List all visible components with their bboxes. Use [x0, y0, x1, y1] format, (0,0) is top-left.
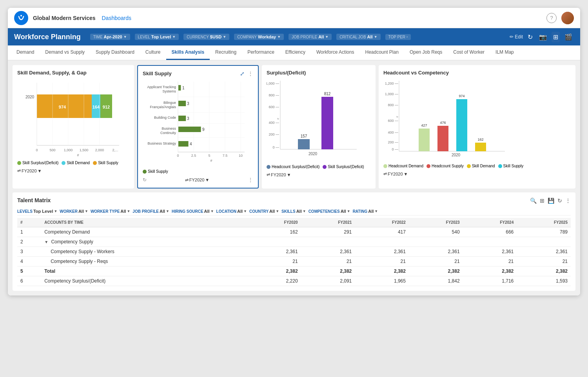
tab-recruiting[interactable]: Recruiting: [210, 45, 242, 60]
svg-text:2,000: 2,000: [95, 148, 104, 152]
chart4-title: Headcount vs Competency: [383, 70, 571, 76]
expand-row2[interactable]: ▼: [44, 240, 48, 244]
svg-text:476: 476: [440, 121, 446, 125]
chart2-refresh-icon[interactable]: ↻: [143, 177, 147, 183]
grid-view-button[interactable]: ⊞: [552, 32, 560, 42]
col-accounts: ACCOUNTS BY TIME: [41, 218, 247, 227]
nav-dashboards[interactable]: Dashboards: [102, 15, 132, 21]
chart1-title: Skill Demand, Supply, & Gap: [17, 70, 129, 76]
svg-point-1: [20, 15, 22, 16]
hiring-source-filter[interactable]: HIRING SOURCE All ▼: [172, 209, 214, 214]
help-icon[interactable]: ?: [546, 13, 557, 23]
svg-text:#: #: [77, 153, 79, 157]
worker-filter[interactable]: WORKER All ▼: [60, 209, 88, 214]
chart4-fy-button[interactable]: ⇌ FY2020 ▼: [383, 171, 408, 176]
svg-text:600 —: 600 —: [269, 105, 279, 109]
svg-text:427: 427: [421, 123, 427, 127]
header-actions: ✏ Edit ↻ 📷 ⊞ 🎬: [510, 32, 574, 42]
edit-button[interactable]: ✏ Edit: [510, 34, 523, 40]
skill-demand-supply-gap-card: Skill Demand, Supply, & Gap 2020 0 500 1…: [13, 65, 134, 188]
save-icon[interactable]: 💾: [548, 198, 554, 204]
talent-matrix-section: Talent Matrix 🔍 ⊞ 💾 ↻ ⋮ LEVELS Top Level…: [13, 192, 575, 291]
svg-text:800 —: 800 —: [269, 93, 279, 97]
table-menu-icon[interactable]: ⋮: [565, 198, 571, 204]
tab-supply-dashboard[interactable]: Supply Dashboard: [90, 45, 140, 60]
legend-skill-supply-green: Skill Supply: [143, 169, 168, 174]
svg-text:600 —: 600 —: [388, 119, 398, 123]
svg-text:912: 912: [103, 105, 110, 109]
country-filter[interactable]: COUNTRY All ▼: [249, 209, 279, 214]
critical-job-filter[interactable]: CRITICAL JOB All ▼: [336, 34, 380, 40]
currency-filter[interactable]: CURRENCY $USD ▼: [183, 34, 229, 40]
chart3-legend: Headcount Surplus/(Deficit) Skill Surplu…: [267, 165, 371, 169]
svg-text:Bilingue: Bilingue: [163, 101, 176, 105]
skills-filter[interactable]: SKILLS All ▼: [281, 209, 306, 214]
svg-text:10: 10: [239, 154, 243, 158]
tab-open-job-reqs[interactable]: Open Job Reqs: [404, 45, 448, 60]
col-num: #: [17, 218, 41, 227]
col-fy2022: FY2022: [355, 218, 409, 227]
svg-text:974: 974: [459, 94, 465, 98]
svg-text:2.5: 2.5: [191, 154, 196, 158]
worker-type-filter[interactable]: WORKER TYPE All ▼: [91, 209, 130, 214]
chart3-fy-button[interactable]: ⇌ FY2020 ▼: [267, 172, 291, 177]
location-filter[interactable]: LOCATION All ▼: [216, 209, 247, 214]
row1-fy2022: 417: [355, 227, 409, 237]
chart2-footer-menu[interactable]: ⋮: [248, 177, 253, 183]
time-filter[interactable]: TIME Apr-2020 ▼: [90, 34, 130, 40]
chart2-fy-button[interactable]: ⇌ FY2020 ▼: [185, 178, 209, 183]
tab-culture[interactable]: Culture: [140, 45, 166, 60]
table-row: 6 Competency Surplus/(Deficit) 2,220 2,0…: [17, 276, 571, 286]
expand-icon[interactable]: ⤢: [240, 71, 245, 77]
top-nav: Global Modern Services Dashboards ?: [8, 8, 580, 28]
top-per-filter[interactable]: TOP PER ›: [385, 34, 411, 40]
legend-skill-supply-orange: Skill Supply: [93, 161, 118, 165]
camera-button[interactable]: 📷: [537, 32, 548, 42]
svg-text:4: 4: [190, 142, 192, 146]
levels-filter[interactable]: LEVELS Top Level ▼: [17, 209, 57, 214]
tab-efficiency[interactable]: Efficiency: [280, 45, 311, 60]
tab-cost-of-worker[interactable]: Cost of Worker: [448, 45, 490, 60]
page-title: Workforce Planning: [14, 33, 81, 41]
row4-num: 4: [17, 257, 41, 266]
chart1-fy-button[interactable]: ⇌ FY2020 ▼: [17, 168, 42, 173]
filter-icon[interactable]: ⊞: [540, 198, 544, 204]
chart2-menu-icon[interactable]: ⋮: [248, 71, 253, 77]
avatar[interactable]: [561, 12, 574, 24]
job-profile-table-filter[interactable]: JOB PROFILE All ▼: [132, 209, 169, 214]
svg-text:164: 164: [93, 105, 100, 109]
rating-filter[interactable]: RATING All ▼: [353, 209, 378, 214]
svg-text:974: 974: [59, 105, 66, 109]
tab-skills-analysis[interactable]: Skills Analysis: [166, 45, 210, 60]
svg-point-0: [16, 13, 26, 23]
legend-headcount-surplus: Headcount Surplus/(Deficit): [267, 165, 319, 169]
competencies-filter[interactable]: COMPETENCIES All ▼: [309, 209, 350, 214]
svg-rect-45: [178, 116, 186, 121]
tab-demand-vs-supply[interactable]: Demand vs Supply: [40, 45, 90, 60]
svg-text:9: 9: [202, 127, 205, 132]
tab-bar: Demand Demand vs Supply Supply Dashboard…: [8, 45, 580, 60]
svg-rect-54: [178, 141, 189, 147]
tab-performance[interactable]: Performance: [242, 45, 280, 60]
main-content: Skill Demand, Supply, & Gap 2020 0 500 1…: [8, 60, 580, 295]
svg-text:Business Strategy: Business Strategy: [147, 141, 176, 145]
svg-text:0 —: 0 —: [272, 145, 279, 149]
row6-fy2020: 2,220: [247, 276, 301, 286]
svg-text:Continuity: Continuity: [160, 131, 176, 135]
refresh-table-icon[interactable]: ↻: [557, 198, 562, 204]
svg-text:Français/Anglais: Français/Anglais: [150, 105, 176, 109]
company-filter[interactable]: COMPANY Workday ▼: [234, 34, 284, 40]
row1-num: 1: [17, 227, 41, 237]
workday-logo: [14, 11, 28, 25]
tab-ilm-map[interactable]: ILM Map: [490, 45, 519, 60]
tab-workforce-actions[interactable]: Workforce Actions: [311, 45, 359, 60]
refresh-button[interactable]: ↻: [526, 32, 534, 42]
search-icon[interactable]: 🔍: [530, 198, 537, 204]
level-filter[interactable]: LEVEL Top Level ▼: [135, 34, 179, 40]
tab-demand[interactable]: Demand: [11, 45, 40, 60]
svg-text:1,000: 1,000: [64, 148, 73, 152]
video-button[interactable]: 🎬: [563, 32, 574, 42]
row3-fy2020: 2,361: [247, 247, 301, 257]
job-profile-filter[interactable]: JOB PROFILE All ▼: [289, 34, 332, 40]
tab-headcount-plan[interactable]: Headcount Plan: [359, 45, 404, 60]
